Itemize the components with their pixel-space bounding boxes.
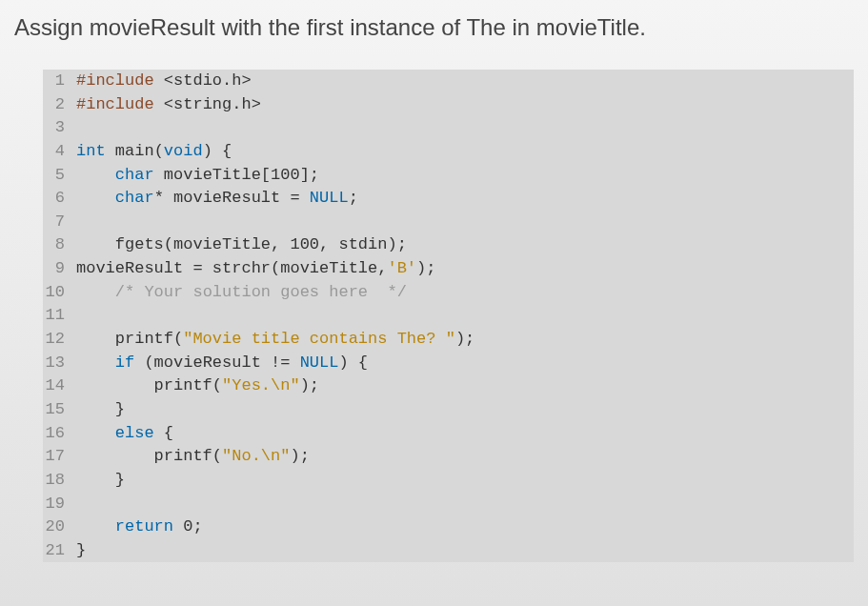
- line-content[interactable]: }: [76, 539, 86, 563]
- main-container: Assign movieResult with the first instan…: [0, 0, 868, 606]
- line-number: 11: [43, 304, 76, 328]
- line-number: 2: [43, 93, 76, 117]
- line-number: 14: [43, 374, 76, 398]
- line-number: 21: [43, 539, 76, 563]
- code-line[interactable]: 17 printf("No.\n");: [43, 445, 854, 469]
- instruction-text: Assign movieResult with the first instan…: [14, 10, 854, 46]
- line-content[interactable]: printf("Movie title contains The? ");: [76, 328, 474, 352]
- code-line[interactable]: 15 }: [43, 398, 854, 422]
- line-content[interactable]: printf("Yes.\n");: [76, 374, 319, 398]
- code-line[interactable]: 2#include <string.h>: [43, 93, 854, 117]
- code-line[interactable]: 18 }: [43, 469, 854, 493]
- code-line[interactable]: 11: [43, 304, 854, 328]
- line-content[interactable]: char movieTitle[100];: [76, 164, 319, 188]
- code-line[interactable]: 12 printf("Movie title contains The? ");: [43, 328, 854, 352]
- line-content[interactable]: fgets(movieTitle, 100, stdin);: [76, 233, 407, 257]
- line-content[interactable]: #include <string.h>: [76, 93, 261, 117]
- line-number: 12: [43, 328, 76, 352]
- line-content[interactable]: movieResult = strchr(movieTitle,'B');: [76, 257, 435, 281]
- code-line[interactable]: 21}: [43, 539, 854, 563]
- line-content[interactable]: #include <stdio.h>: [76, 70, 252, 93]
- code-line[interactable]: 7: [43, 211, 854, 234]
- code-line[interactable]: 3: [43, 116, 854, 140]
- line-number: 15: [43, 398, 76, 422]
- line-number: 7: [43, 211, 76, 234]
- code-line[interactable]: 16 else {: [43, 422, 854, 446]
- line-number: 18: [43, 469, 76, 493]
- line-number: 4: [43, 140, 76, 164]
- line-content[interactable]: /* Your solution goes here */: [76, 281, 407, 305]
- line-number: 6: [43, 187, 76, 211]
- line-number: 5: [43, 164, 76, 188]
- code-line[interactable]: 9movieResult = strchr(movieTitle,'B');: [43, 257, 854, 281]
- line-content[interactable]: int main(void) {: [76, 140, 232, 164]
- line-number: 9: [43, 257, 76, 281]
- line-content[interactable]: char* movieResult = NULL;: [76, 187, 358, 211]
- line-content[interactable]: else {: [76, 422, 173, 446]
- line-content[interactable]: printf("No.\n");: [76, 445, 310, 469]
- line-number: 8: [43, 233, 76, 257]
- code-line[interactable]: 4int main(void) {: [43, 140, 854, 164]
- code-line[interactable]: 5 char movieTitle[100];: [43, 164, 854, 188]
- code-line[interactable]: 6 char* movieResult = NULL;: [43, 187, 854, 211]
- line-content[interactable]: return 0;: [76, 515, 203, 539]
- line-content[interactable]: }: [76, 398, 125, 422]
- line-content[interactable]: if (movieResult != NULL) {: [76, 352, 368, 375]
- code-line[interactable]: 10 /* Your solution goes here */: [43, 281, 854, 305]
- line-number: 16: [43, 422, 76, 446]
- code-editor[interactable]: 1#include <stdio.h>2#include <string.h>3…: [43, 70, 854, 562]
- code-line[interactable]: 8 fgets(movieTitle, 100, stdin);: [43, 233, 854, 257]
- code-line[interactable]: 14 printf("Yes.\n");: [43, 374, 854, 398]
- code-line[interactable]: 13 if (movieResult != NULL) {: [43, 352, 854, 375]
- line-number: 10: [43, 281, 76, 305]
- code-line[interactable]: 20 return 0;: [43, 515, 854, 539]
- line-content[interactable]: }: [76, 469, 125, 493]
- code-line[interactable]: 1#include <stdio.h>: [43, 70, 854, 93]
- line-number: 20: [43, 515, 76, 539]
- line-number: 19: [43, 493, 76, 516]
- line-number: 17: [43, 445, 76, 469]
- line-number: 13: [43, 352, 76, 375]
- line-number: 3: [43, 116, 76, 140]
- line-number: 1: [43, 70, 76, 93]
- code-line[interactable]: 19: [43, 493, 854, 516]
